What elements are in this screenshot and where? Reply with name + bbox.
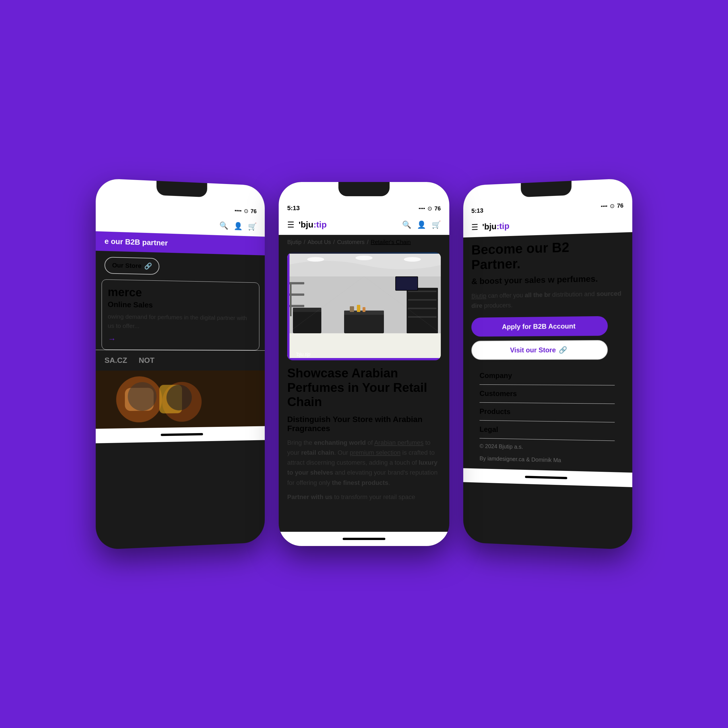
status-icons-left: ▪▪▪▪ ⊙ 76 (235, 207, 257, 215)
logos-bar: SA.CZ NOT (96, 350, 265, 371)
commerce-subtitle: Online Sales (108, 300, 254, 311)
description-text-right: Bjutip can offer you all the br distribu… (471, 288, 624, 311)
distinguish-subtitle: Distinguish Your Store with Arabian Frag… (287, 415, 441, 433)
wifi-icon: ⊙ (244, 208, 248, 214)
phone-device-middle: 5:13 ▪▪▪▪ ⊙ 76 ☰ 'bju:tip 🔍 👤 🛒 B (279, 182, 449, 546)
footer-customers[interactable]: Customers (479, 385, 615, 404)
apply-b2b-button[interactable]: Apply for B2B Account (471, 316, 608, 336)
nav-bar-middle: ☰ 'bju:tip 🔍 👤 🛒 (279, 215, 449, 235)
logo-sa: SA.CZ (105, 356, 127, 365)
notch-left (156, 181, 207, 197)
wifi-icon-r: ⊙ (610, 202, 615, 210)
breadcrumb-middle: Bjutip / About Us / Customers / Retailer… (279, 235, 449, 249)
footer-products[interactable]: Products (479, 403, 615, 422)
b2b-title: Become our B2 Partner. (471, 238, 624, 272)
external-icon-right: 🔗 (558, 346, 567, 354)
store-image-middle: 'bju.tip (287, 252, 441, 360)
user-icon-m[interactable]: 👤 (417, 220, 426, 229)
cart-icon-left[interactable]: 🛒 (248, 222, 257, 231)
svg-point-11 (404, 257, 421, 262)
commerce-title: merce (108, 286, 254, 301)
status-icons-middle: ▪▪▪▪ ⊙ 76 (419, 205, 441, 212)
signal-icon-r: ▪▪▪▪ (601, 203, 607, 209)
breadcrumb-about[interactable]: About Us (308, 239, 331, 245)
phone-right: 5:13 ▪▪▪▪ ⊙ 76 ☰ 'bju:tip Become our B2 … (463, 178, 632, 550)
battery-icon: 76 (251, 208, 257, 214)
phone-device-left: 5:13 ▪▪▪▪ ⊙ 76 🔍 👤 🛒 e our B2B partner O… (96, 178, 265, 550)
body-text-middle: Bring the enchanting world of Arabian pe… (287, 437, 441, 488)
svg-rect-13 (293, 310, 321, 333)
arrow-icon[interactable]: → (108, 335, 254, 344)
breadcrumb-customers[interactable]: Customers (337, 239, 365, 245)
notch-right (521, 181, 571, 197)
svg-rect-15 (344, 314, 384, 333)
hamburger-icon-r[interactable]: ☰ (471, 222, 478, 232)
phone-device-right: 5:13 ▪▪▪▪ ⊙ 76 ☰ 'bju:tip Become our B2 … (463, 178, 632, 550)
svg-rect-22 (408, 299, 436, 301)
signal-icon: ▪▪▪▪ (235, 208, 242, 214)
svg-rect-20 (407, 288, 438, 333)
svg-point-10 (355, 255, 373, 260)
battery-text-m: 76 (434, 205, 441, 212)
breadcrumb-retailers[interactable]: Retailer's Chain (371, 239, 411, 245)
footer-legal[interactable]: Legal (479, 421, 615, 441)
breadcrumb-bjutip[interactable]: Bjutip (287, 239, 301, 245)
svg-rect-28 (287, 282, 304, 284)
logo-right[interactable]: 'bju:tip (482, 221, 509, 232)
boost-text: & boost your sales w perfumes. (471, 273, 624, 286)
logo-not: NOT (139, 356, 154, 365)
svg-rect-17 (350, 306, 354, 312)
user-icon-left[interactable]: 👤 (234, 222, 243, 231)
screen-content-right: Become our B2 Partner. & boost your sale… (463, 232, 632, 473)
cart-icon-m[interactable]: 🛒 (432, 220, 441, 229)
visit-store-button-right[interactable]: Visit our Store 🔗 (471, 340, 608, 360)
body-text-2-middle: Partner with us to transform your retail… (287, 492, 441, 502)
store-button-left[interactable]: Our Store 🔗 (105, 257, 159, 275)
signal-icon-m: ▪▪▪▪ (419, 206, 425, 211)
svg-rect-14 (293, 308, 321, 312)
svg-text:'bju.tip: 'bju.tip (296, 352, 310, 357)
nav-icons-middle: 🔍 👤 🛒 (402, 220, 441, 229)
search-icon-m[interactable]: 🔍 (402, 220, 411, 229)
status-bar-middle: 5:13 ▪▪▪▪ ⊙ 76 (279, 198, 449, 215)
svg-rect-23 (408, 308, 436, 309)
status-time-right: 5:13 (471, 207, 483, 215)
svg-rect-26 (396, 277, 418, 290)
external-link-icon: 🔗 (144, 263, 152, 270)
battery-text-r: 76 (617, 202, 624, 209)
showcase-title: Showcase Arabian Perfumes in Your Retail… (287, 366, 441, 409)
svg-point-9 (307, 257, 324, 262)
home-indicator-middle (279, 532, 449, 546)
commerce-text: owing demand for perfumes in the digital… (108, 312, 254, 331)
phone-left: 5:13 ▪▪▪▪ ⊙ 76 🔍 👤 🛒 e our B2B partner O… (96, 178, 265, 550)
svg-rect-27 (290, 282, 292, 316)
svg-rect-19 (362, 307, 366, 312)
nav-icons-left: 🔍 👤 🛒 (219, 221, 257, 231)
svg-rect-29 (287, 294, 304, 296)
svg-rect-24 (408, 316, 436, 318)
svg-rect-21 (408, 291, 436, 292)
status-icons-right: ▪▪▪▪ ⊙ 76 (601, 202, 624, 210)
search-icon-left[interactable]: 🔍 (219, 221, 228, 230)
footer-nav-right: Company Customers Products Legal (471, 367, 624, 441)
notch-middle (338, 182, 390, 196)
footer-company[interactable]: Company (479, 367, 615, 385)
hamburger-icon-m[interactable]: ☰ (287, 220, 294, 229)
svg-rect-18 (357, 305, 360, 312)
status-time-middle: 5:13 (287, 205, 300, 212)
home-indicator-left (96, 426, 265, 443)
screen-content-middle: 'bju.tip Showcase Arabian Perfumes in Yo… (279, 249, 449, 532)
bottom-decorative-image (96, 370, 265, 429)
svg-rect-30 (287, 305, 304, 307)
phone-middle: 5:13 ▪▪▪▪ ⊙ 76 ☰ 'bju:tip 🔍 👤 🛒 B (279, 182, 449, 546)
wifi-icon-m: ⊙ (427, 205, 432, 212)
logo-middle[interactable]: 'bju:tip (298, 220, 327, 229)
